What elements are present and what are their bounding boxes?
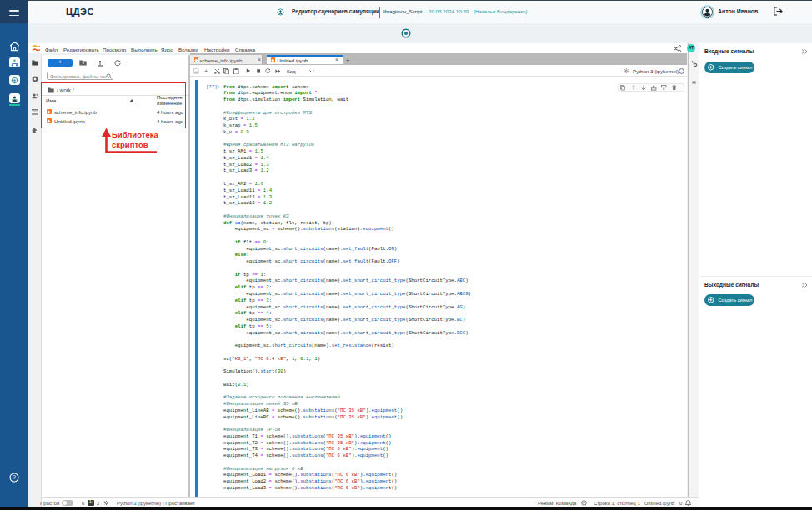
svg-text:?: ? bbox=[13, 474, 16, 480]
